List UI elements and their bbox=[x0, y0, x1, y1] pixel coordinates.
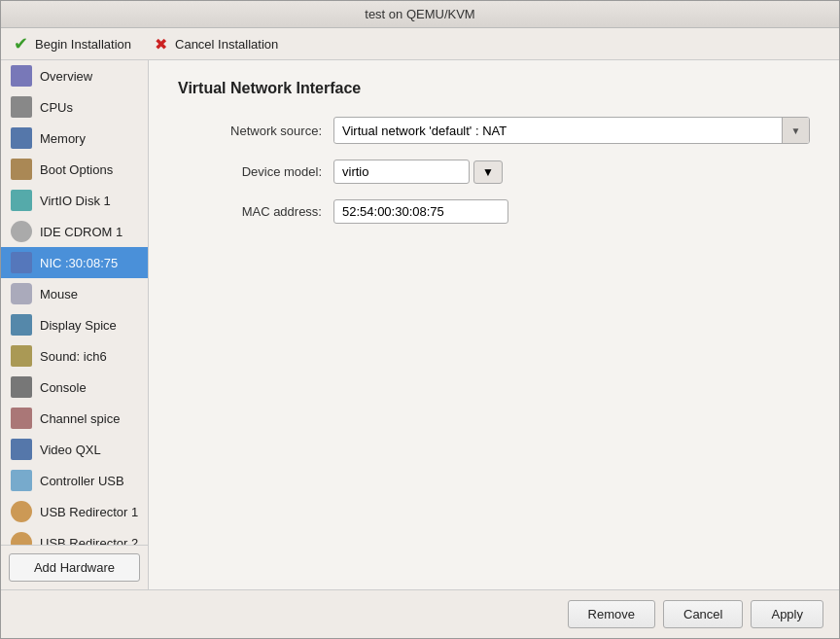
sidebar-item-virtio-disk[interactable]: VirtIO Disk 1 bbox=[1, 185, 148, 216]
sidebar-item-display-spice[interactable]: Display Spice bbox=[1, 309, 148, 340]
network-source-row: Network source: ▼ bbox=[178, 117, 810, 144]
sidebar-label-video-qxl: Video QXL bbox=[40, 443, 101, 457]
mac-address-input[interactable] bbox=[333, 199, 508, 224]
window-title: test on QEMU/KVM bbox=[365, 7, 474, 21]
nic-icon bbox=[11, 252, 32, 273]
virtio-disk-icon bbox=[11, 190, 32, 211]
boot-icon bbox=[11, 159, 32, 180]
mac-address-label: MAC address: bbox=[178, 204, 333, 219]
overview-icon bbox=[11, 65, 32, 87]
main-window: test on QEMU/KVM ✔ Begin Installation ✖ … bbox=[0, 0, 840, 639]
add-hardware-label: Add Hardware bbox=[34, 560, 115, 575]
add-hardware-button[interactable]: Add Hardware bbox=[9, 553, 140, 582]
sidebar-item-channel-spice[interactable]: Channel spice bbox=[1, 403, 148, 434]
sidebar-item-cpus[interactable]: CPUs bbox=[1, 91, 148, 123]
sound-icon bbox=[11, 345, 32, 367]
sidebar-label-channel-spice: Channel spice bbox=[40, 411, 120, 426]
sidebar-label-controller-usb: Controller USB bbox=[40, 474, 124, 488]
sidebar-label-overview: Overview bbox=[40, 69, 92, 84]
sidebar-item-usb-redirector-1[interactable]: USB Redirector 1 bbox=[1, 496, 148, 527]
detail-title: Virtual Network Interface bbox=[178, 80, 810, 97]
sidebar-label-virtio-disk: VirtIO Disk 1 bbox=[40, 194, 111, 208]
usb1-icon bbox=[11, 501, 32, 522]
sidebar-item-mouse[interactable]: Mouse bbox=[1, 278, 148, 309]
mac-address-row: MAC address: bbox=[178, 199, 810, 224]
sidebar: Overview CPUs Memory Boot Options VirtIO… bbox=[1, 60, 149, 589]
sidebar-label-nic: NIC :30:08:75 bbox=[40, 256, 118, 270]
sidebar-list: Overview CPUs Memory Boot Options VirtIO… bbox=[1, 60, 148, 545]
mouse-icon bbox=[11, 283, 32, 304]
sidebar-item-video-qxl[interactable]: Video QXL bbox=[1, 434, 148, 465]
title-bar: test on QEMU/KVM bbox=[1, 1, 839, 28]
begin-installation-label: Begin Installation bbox=[35, 37, 131, 52]
detail-panel: Virtual Network Interface Network source… bbox=[149, 60, 839, 589]
network-source-label: Network source: bbox=[178, 124, 333, 138]
network-source-combobox[interactable]: ▼ bbox=[333, 117, 810, 144]
cancel-installation-button[interactable]: ✖ Cancel Installation bbox=[151, 34, 278, 53]
x-icon: ✖ bbox=[151, 34, 170, 53]
cdrom-icon bbox=[11, 221, 32, 242]
sidebar-item-controller-usb[interactable]: Controller USB bbox=[1, 465, 148, 496]
device-model-label: Device model: bbox=[178, 164, 333, 179]
sidebar-item-nic[interactable]: NIC :30:08:75 bbox=[1, 247, 148, 278]
sidebar-label-ide-cdrom: IDE CDROM 1 bbox=[40, 225, 122, 239]
device-model-row: Device model: ▼ bbox=[178, 160, 810, 184]
sidebar-label-usb-redirector-1: USB Redirector 1 bbox=[40, 505, 138, 519]
sidebar-label-cpus: CPUs bbox=[40, 100, 73, 115]
cancel-button[interactable]: Cancel bbox=[663, 600, 743, 628]
begin-installation-button[interactable]: ✔ Begin Installation bbox=[11, 34, 131, 53]
main-content: Overview CPUs Memory Boot Options VirtIO… bbox=[1, 60, 839, 589]
network-source-control: ▼ bbox=[333, 117, 810, 144]
sidebar-label-console: Console bbox=[40, 380, 87, 395]
sidebar-item-boot-options[interactable]: Boot Options bbox=[1, 154, 148, 185]
sidebar-footer: Add Hardware bbox=[1, 545, 148, 589]
sidebar-label-memory: Memory bbox=[40, 131, 86, 146]
controller-icon bbox=[11, 470, 32, 491]
bottom-bar: Remove Cancel Apply bbox=[1, 589, 839, 638]
cpu-icon bbox=[11, 96, 32, 118]
device-model-input[interactable] bbox=[333, 160, 470, 184]
sidebar-item-overview[interactable]: Overview bbox=[1, 60, 148, 91]
sidebar-label-mouse: Mouse bbox=[40, 287, 78, 302]
apply-button[interactable]: Apply bbox=[751, 600, 823, 628]
toolbar: ✔ Begin Installation ✖ Cancel Installati… bbox=[1, 28, 839, 60]
device-model-control: ▼ bbox=[333, 160, 810, 184]
video-icon bbox=[11, 439, 32, 460]
mac-address-control bbox=[333, 199, 810, 224]
device-model-dropdown-button[interactable]: ▼ bbox=[473, 160, 503, 184]
sidebar-item-usb-redirector-2[interactable]: USB Redirector 2 bbox=[1, 527, 148, 545]
sidebar-label-sound: Sound: ich6 bbox=[40, 349, 107, 364]
sidebar-label-usb-redirector-2: USB Redirector 2 bbox=[40, 536, 138, 546]
sidebar-item-console[interactable]: Console bbox=[1, 372, 148, 403]
sidebar-item-sound[interactable]: Sound: ich6 bbox=[1, 340, 148, 372]
display-icon bbox=[11, 314, 32, 336]
sidebar-item-memory[interactable]: Memory bbox=[1, 123, 148, 154]
sidebar-label-boot-options: Boot Options bbox=[40, 162, 113, 177]
check-icon: ✔ bbox=[11, 34, 30, 53]
console-icon bbox=[11, 376, 32, 398]
sidebar-item-ide-cdrom[interactable]: IDE CDROM 1 bbox=[1, 216, 148, 247]
device-model-box: ▼ bbox=[333, 160, 503, 184]
network-source-dropdown-arrow[interactable]: ▼ bbox=[782, 118, 809, 143]
network-source-input[interactable] bbox=[334, 120, 782, 142]
sidebar-label-display-spice: Display Spice bbox=[40, 318, 117, 333]
usb2-icon bbox=[11, 532, 32, 545]
memory-icon bbox=[11, 127, 32, 149]
cancel-installation-label: Cancel Installation bbox=[175, 37, 278, 52]
channel-icon bbox=[11, 408, 32, 429]
remove-button[interactable]: Remove bbox=[568, 600, 655, 628]
